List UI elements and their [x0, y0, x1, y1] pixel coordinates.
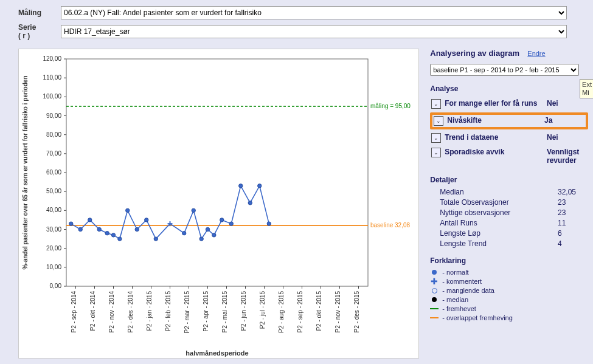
svg-point-75	[154, 237, 158, 241]
svg-point-85	[239, 184, 243, 188]
svg-text:P2 - nov - 2014: P2 - nov - 2014	[108, 291, 115, 333]
svg-point-79	[192, 208, 195, 212]
svg-point-71	[118, 237, 122, 241]
svg-text:P2 - okt - 2015: P2 - okt - 2015	[316, 291, 322, 331]
svg-text:50,00: 50,00	[46, 188, 61, 194]
svg-point-78	[182, 232, 186, 235]
svg-text:120,00: 120,00	[43, 55, 61, 62]
svg-text:P2 - mai - 2015: P2 - mai - 2015	[221, 291, 228, 333]
svg-point-81	[206, 227, 209, 231]
svg-text:P2 - sep - 2014: P2 - sep - 2014	[71, 291, 77, 333]
svg-text:110,00: 110,00	[43, 74, 61, 81]
detail-row: Antall Runs11	[440, 219, 588, 227]
serie-select[interactable]: HDIR 17_etasje_sør	[61, 25, 567, 38]
legend-item: - median	[430, 296, 588, 303]
svg-point-80	[199, 237, 203, 241]
svg-text:P2 - jan - 2015: P2 - jan - 2015	[146, 291, 153, 331]
svg-point-87	[258, 184, 262, 188]
svg-point-70	[111, 233, 115, 237]
chevron-down-icon: ⌄	[431, 148, 441, 157]
svg-point-68	[97, 227, 101, 231]
svg-point-65	[69, 222, 73, 225]
legend-section-title: Forklaring	[430, 256, 588, 265]
maling-select[interactable]: 06.02.a (NY) Fall: Andel pasienter som e…	[61, 6, 567, 19]
svg-text:halvmånedsperiode: halvmånedsperiode	[186, 349, 248, 357]
analyse-row-trend[interactable]: ⌄ Trend i dataene Nei	[430, 131, 588, 145]
legend-item: - normalt	[430, 269, 588, 276]
highlight-nivaskifte: ⌄ Nivåskifte Ja	[430, 112, 588, 129]
svg-text:10,00: 10,00	[46, 264, 61, 270]
analyse-section-title: Analyse	[430, 84, 588, 93]
svg-text:40,00: 40,00	[46, 207, 61, 213]
svg-point-82	[212, 233, 216, 237]
svg-text:30,00: 30,00	[46, 226, 61, 233]
svg-point-84	[229, 222, 233, 225]
analyse-row-nivaskifte[interactable]: ⌄ Nivåskifte Ja	[434, 116, 584, 126]
chevron-down-icon: ⌄	[434, 116, 443, 126]
svg-point-66	[78, 227, 82, 231]
svg-text:P2 - des - 2014: P2 - des - 2014	[127, 291, 134, 333]
svg-text:P2 - jul - 2015: P2 - jul - 2015	[259, 291, 266, 329]
chevron-down-icon: ⌄	[431, 133, 441, 143]
chart-container: 0,0010,0020,0030,0040,0050,0060,0070,008…	[18, 49, 419, 359]
svg-text:P2 - mar - 2015: P2 - mar - 2015	[184, 291, 190, 334]
legend-item: - manglende data	[430, 287, 588, 294]
serie-label: Serie ( r )	[18, 23, 61, 40]
svg-point-74	[145, 218, 148, 222]
endre-link[interactable]: Endre	[527, 50, 545, 57]
detail-row: Nyttige observasjoner23	[440, 208, 588, 217]
legend-item: - fremhevet	[430, 305, 588, 312]
details-section-title: Detaljer	[430, 176, 588, 184]
svg-point-86	[248, 201, 252, 205]
analysis-title: Analysering av diagram	[430, 49, 519, 58]
svg-text:70,00: 70,00	[46, 150, 61, 157]
svg-point-69	[105, 232, 109, 235]
svg-text:baseline 32,08: baseline 32,08	[370, 222, 410, 228]
detail-row: Median32,05	[440, 188, 588, 196]
detail-row: Lengste Løp6	[440, 229, 588, 238]
svg-text:0,00: 0,00	[50, 283, 62, 289]
svg-point-73	[135, 227, 139, 231]
svg-text:måling = 95,00: måling = 95,00	[370, 103, 411, 109]
svg-text:P2 - des - 2015: P2 - des - 2015	[353, 291, 360, 333]
chevron-down-icon: ⌄	[431, 99, 441, 109]
svg-text:P2 - sep - 2015: P2 - sep - 2015	[297, 291, 303, 333]
svg-text:90,00: 90,00	[46, 112, 61, 119]
svg-text:P2 - apr - 2015: P2 - apr - 2015	[203, 291, 209, 332]
svg-point-72	[126, 208, 130, 212]
legend-item: - overlappet fremheving	[430, 314, 588, 321]
svg-text:80,00: 80,00	[46, 131, 61, 138]
svg-point-88	[267, 222, 271, 225]
svg-text:P2 - jun - 2015: P2 - jun - 2015	[240, 291, 247, 331]
svg-text:60,00: 60,00	[46, 169, 61, 176]
legend-item: ✚- kommentert	[430, 278, 588, 285]
svg-text:P2 - nov - 2015: P2 - nov - 2015	[335, 291, 341, 333]
svg-point-83	[220, 218, 224, 222]
detail-row: Lengste Trend4	[440, 239, 588, 248]
analyse-row-sporadic[interactable]: ⌄ Sporadiske avvik Vennligst revurder	[430, 145, 588, 167]
svg-rect-0	[66, 59, 368, 286]
svg-text:%-andel pasienter over 65 år s: %-andel pasienter over 65 år som er vurd…	[22, 76, 29, 270]
maling-label: Måling	[18, 9, 61, 17]
svg-text:P2 - aug - 2015: P2 - aug - 2015	[278, 291, 285, 333]
svg-point-67	[88, 218, 92, 222]
svg-text:P2 - feb - 2015: P2 - feb - 2015	[165, 291, 172, 332]
analyse-row-runs[interactable]: ⌄ For mange eller for få runs Nei	[430, 97, 588, 111]
svg-text:100,00: 100,00	[43, 93, 61, 100]
tooltip-fragment: ExtMi	[580, 79, 593, 98]
svg-text:20,00: 20,00	[46, 245, 61, 252]
detail-row: Totale Observasjoner23	[440, 198, 588, 207]
svg-text:P2 - okt - 2014: P2 - okt - 2014	[89, 291, 96, 331]
baseline-select[interactable]: baseline P1 - sep - 2014 to P2 - feb - 2…	[430, 64, 579, 76]
